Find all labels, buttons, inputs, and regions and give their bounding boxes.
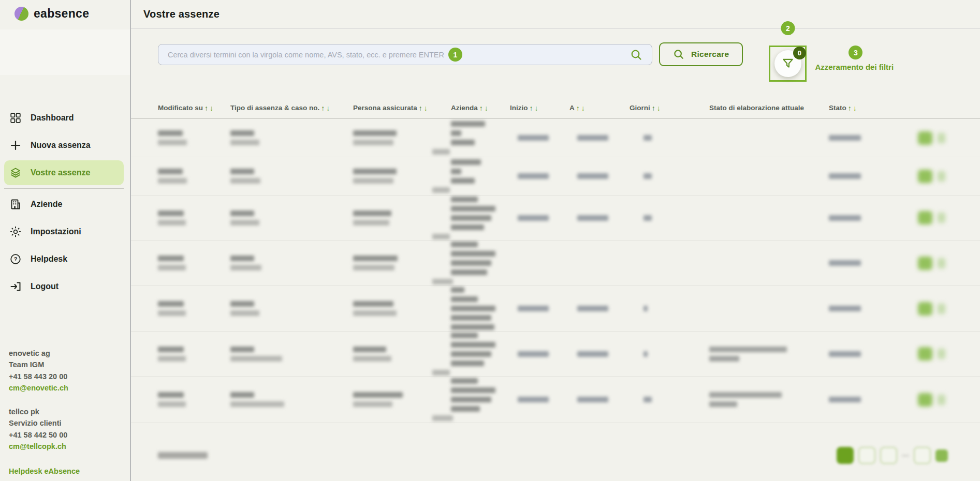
sidebar-item-label: Vostre assenze [31,168,90,177]
column-header[interactable]: Azienda↑↓ [451,104,510,112]
sort-asc-icon[interactable]: ↑ [321,104,325,112]
status-action-icon[interactable] [938,213,945,223]
sort-desc-icon[interactable]: ↓ [326,104,330,112]
pagination-page-current[interactable] [837,447,854,464]
column-header[interactable]: A↑↓ [569,104,630,112]
status-check-icon[interactable] [918,302,932,315]
sort-asc-icon[interactable]: ↑ [576,104,580,112]
pagination-next-icon[interactable] [935,449,948,462]
contact-email-link[interactable]: cm@tellcopk.ch [9,441,125,453]
table-cell [510,306,569,311]
status-action-icon[interactable] [938,304,945,314]
redacted-text [451,306,495,311]
contact-email-link[interactable]: cm@enovetic.ch [9,382,125,394]
redacted-text [230,265,261,270]
redacted-text [451,342,495,348]
gear-icon [9,226,22,238]
sort-desc-icon[interactable]: ↓ [535,104,538,112]
sidebar-item-vostre-assenze[interactable]: Vostre assenze [4,160,124,185]
table-row[interactable] [131,240,980,286]
status-check-icon[interactable] [918,393,932,407]
sort-asc-icon[interactable]: ↑ [530,104,533,112]
table-row[interactable] [131,332,980,377]
pagination-page[interactable] [858,447,875,464]
sort-desc-icon[interactable]: ↓ [581,104,585,112]
status-check-icon[interactable] [918,211,932,224]
pagination-info [158,452,208,459]
redacted-text [353,211,391,216]
table-cell [829,306,886,311]
brand-logo[interactable]: eabsence [0,0,130,21]
table-row[interactable] [131,119,980,157]
contact-team: Servizio clienti [9,417,125,429]
sidebar-item-logout[interactable]: Logout [4,274,124,299]
table-cell [353,301,451,316]
column-header-label: Tipo di assenza & caso no. [230,104,319,112]
pagination-page[interactable] [880,447,897,464]
status-action-icon[interactable] [938,395,945,405]
table-row[interactable] [131,157,980,196]
search-button[interactable]: Ricercare [659,42,743,66]
sidebar-item-helpdesk[interactable]: ? Helpdesk [4,247,124,272]
grid-icon [9,112,22,124]
redacted-text [158,310,186,316]
sidebar-item-dashboard[interactable]: Dashboard [4,106,124,130]
redacted-text [451,360,484,366]
redacted-text [230,255,254,261]
column-header[interactable]: Inizio↑↓ [510,104,569,112]
sidebar-item-nuova-assenza[interactable]: Nuova assenza [4,133,124,158]
filter-button[interactable]: 0 [769,46,807,82]
redacted-text [353,392,403,398]
redacted-text [158,347,184,352]
column-header[interactable]: Giorni↑↓ [630,104,709,112]
redacted-text [158,169,183,174]
redacted-text [451,315,491,321]
search-input[interactable]: Cerca diversi termini con la virgola com… [158,44,652,65]
table-cell [451,121,510,155]
sort-asc-icon[interactable]: ↑ [479,104,483,112]
column-header[interactable]: Tipo di assenza & caso no.↑↓ [230,104,353,112]
status-action-icon[interactable] [938,258,945,268]
redacted-text [518,306,549,311]
sort-desc-icon[interactable]: ↓ [210,104,213,112]
status-check-icon[interactable] [918,131,932,145]
table-row[interactable] [131,286,980,332]
redacted-text [577,351,608,357]
redacted-text [829,306,861,311]
sort-asc-icon[interactable]: ↑ [652,104,655,112]
status-action-icon[interactable] [938,133,945,143]
pagination-page[interactable] [914,447,931,464]
redacted-text [230,401,284,407]
column-header[interactable]: Persona assicurata↑↓ [353,104,451,112]
status-check-icon[interactable] [918,257,932,270]
sort-asc-icon[interactable]: ↑ [419,104,422,112]
column-header[interactable]: Modificato su↑↓ [158,104,230,112]
table-cell [451,378,510,421]
status-action-icon[interactable] [938,349,945,359]
clear-filters-link[interactable]: Azzeramento dei filtri [815,63,894,71]
column-header[interactable]: Stato di elaborazione attuale [709,104,829,112]
sort-desc-icon[interactable]: ↓ [424,104,428,112]
sidebar-contacts: enovetic ag Team IGM +41 58 443 20 00 cm… [0,348,130,481]
redacted-text [353,130,397,136]
column-header[interactable]: Stato↑↓ [829,104,886,112]
status-action-icon[interactable] [938,171,945,182]
table-row[interactable] [131,377,980,423]
sort-asc-icon[interactable]: ↑ [204,104,208,112]
sidebar-item-aziende[interactable]: Aziende [4,192,124,217]
helpdesk-eabsence-link[interactable]: Helpdesk eAbsence [9,465,80,477]
search-icon[interactable] [630,49,642,61]
sort-desc-icon[interactable]: ↓ [853,104,857,112]
redacted-text [577,135,608,141]
sort-desc-icon[interactable]: ↓ [485,104,488,112]
table-cell [886,257,980,270]
sort-desc-icon[interactable]: ↓ [657,104,661,112]
status-check-icon[interactable] [918,347,932,360]
redacted-text [230,347,254,352]
sidebar-item-impostazioni[interactable]: Impostazioni [4,219,124,244]
sort-asc-icon[interactable]: ↑ [848,104,852,112]
sidebar-item-label: Helpdesk [31,254,67,264]
status-check-icon[interactable] [918,170,932,183]
table-row[interactable] [131,196,980,240]
absences-table: Modificato su↑↓Tipo di assenza & caso no… [131,82,980,464]
